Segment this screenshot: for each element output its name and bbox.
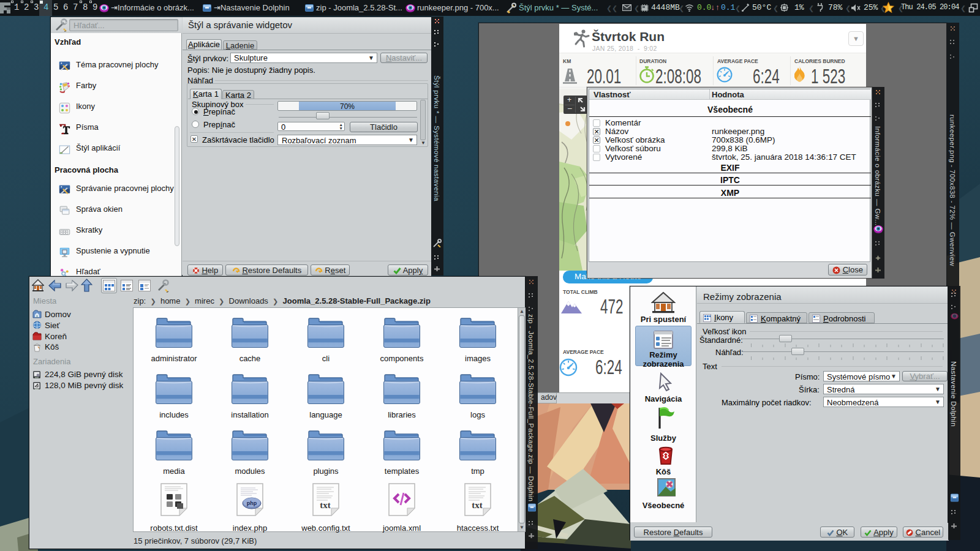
svg-text:txt: txt	[320, 500, 331, 510]
svg-text:php: php	[247, 500, 257, 506]
svg-text:txt: txt	[472, 500, 483, 510]
